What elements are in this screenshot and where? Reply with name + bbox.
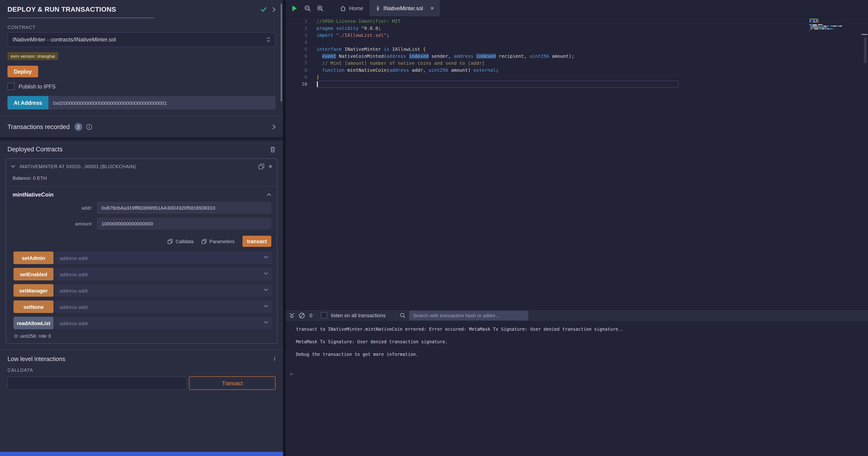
contract-function-row: setAdmin <box>13 252 272 264</box>
chevron-down-icon[interactable] <box>264 305 268 307</box>
open-function-header[interactable]: mintNativeCoin <box>6 192 277 198</box>
chevron-right-icon[interactable] <box>272 7 276 12</box>
at-address-button[interactable]: At Address <box>7 96 49 110</box>
clear-console-icon[interactable] <box>299 312 305 318</box>
editor-scrollbar-thumb[interactable] <box>864 37 867 63</box>
code-content[interactable]: //SPDX-License-Identifier: MITpragma sol… <box>316 17 868 309</box>
pending-tx-count: 0 <box>310 313 312 318</box>
arg-amount-input[interactable]: 1000000000000000000 <box>97 218 271 230</box>
copy-icon[interactable] <box>258 163 265 169</box>
chevron-right-icon[interactable] <box>272 124 276 130</box>
copy-calldata-button[interactable]: Calldata <box>167 238 193 244</box>
copy-calldata-label: Calldata <box>176 238 193 244</box>
chevron-down-icon[interactable] <box>264 321 268 324</box>
line-number[interactable]: 9 <box>286 74 307 81</box>
function-args-input[interactable] <box>55 252 272 264</box>
minimap-line <box>809 26 861 27</box>
code-line[interactable]: import "./IAllowList.sol"; <box>316 32 868 39</box>
function-args-input[interactable] <box>55 317 272 329</box>
listen-all-checkbox[interactable] <box>321 312 327 319</box>
text-cursor <box>317 82 318 87</box>
transactions-recorded-row[interactable]: Transactions recorded 2 <box>0 116 283 137</box>
minimap-line <box>809 20 861 21</box>
arg-addr-input[interactable]: 0xB78cbAa319ffBD899951AA30D4320f58189383… <box>97 202 271 214</box>
play-button[interactable] <box>292 5 298 11</box>
instance-balance: Balance: 0 ETH <box>6 172 277 181</box>
terminal-panel: 0 listen on all transactions transact to… <box>286 309 868 456</box>
close-tab-icon[interactable]: × <box>430 5 434 11</box>
line-number[interactable]: 7 <box>286 60 307 66</box>
tab-home[interactable]: Home <box>334 0 369 16</box>
function-call-button[interactable]: setManager <box>13 284 54 297</box>
zoom-out-icon[interactable] <box>304 5 311 11</box>
code-line[interactable]: //SPDX-License-Identifier: MIT <box>316 18 868 25</box>
copy-parameters-button[interactable]: Parameters <box>201 238 235 244</box>
line-number[interactable]: 2 <box>286 25 307 32</box>
transact-button[interactable]: transact <box>243 236 271 247</box>
info-icon[interactable] <box>86 124 92 130</box>
function-call-button[interactable]: setNone <box>13 301 54 313</box>
chevron-up-icon[interactable] <box>267 193 271 196</box>
minimap-line <box>809 31 861 32</box>
trash-icon[interactable] <box>270 146 276 152</box>
status-bar <box>0 452 283 456</box>
terminal-output: transact to INativeMinter.mintNativeCoin… <box>286 321 868 456</box>
copy-icon <box>167 239 173 244</box>
at-address-input[interactable]: 0x02000000000000000000000000000000000000… <box>49 96 276 110</box>
function-call-button[interactable]: readAllowList <box>13 317 54 329</box>
code-line[interactable]: // Mint [amount] number of native coins … <box>316 60 868 66</box>
editor-minimap[interactable] <box>809 19 861 33</box>
deployed-instance-card: INATIVEMINTER AT 0X020...00001 (BLOCKCHA… <box>6 159 277 344</box>
calldata-input[interactable] <box>7 376 187 390</box>
function-call-button[interactable]: setAdmin <box>13 252 54 264</box>
call-result: 0: uint256: role 3 <box>14 333 277 339</box>
tab-inativeminter[interactable]: INativeMinter.sol × <box>369 0 440 16</box>
function-args-input[interactable] <box>55 284 272 297</box>
minimap-line <box>809 28 861 29</box>
code-line[interactable]: } <box>316 74 868 81</box>
open-function-section: mintNativeCoin addr: 0xB78cbAa319ffBD899… <box>6 186 277 247</box>
terminal-search-input[interactable] <box>409 310 528 320</box>
function-args-input[interactable] <box>55 301 272 313</box>
line-number[interactable]: 6 <box>286 53 307 60</box>
panel-scrollbar-thumb[interactable] <box>281 4 282 102</box>
code-line[interactable] <box>316 81 679 88</box>
tab-file-label: INativeMinter.sol <box>383 5 423 11</box>
remove-instance-button[interactable]: × <box>269 163 272 170</box>
chevron-down-icon[interactable] <box>264 256 268 258</box>
contract-select[interactable]: INativeMinter - contracts/INativeMinter.… <box>7 32 276 47</box>
deploy-button[interactable]: Deploy <box>7 66 38 77</box>
chevron-down-icon[interactable] <box>264 288 268 291</box>
chevron-down-icon[interactable] <box>11 165 16 168</box>
solidity-file-icon <box>375 5 380 11</box>
panel-resize-handle[interactable] <box>283 0 286 456</box>
code-line[interactable]: interface INativeMinter is IAllowList { <box>316 46 868 53</box>
line-number[interactable]: 3 <box>286 32 307 39</box>
terminal-log-line: MetaMask Tx Signature: User denied trans… <box>289 335 864 348</box>
instance-header[interactable]: INATIVEMINTER AT 0X020...00001 (BLOCKCHA… <box>6 159 277 172</box>
minimap-line <box>809 22 861 22</box>
function-args-input[interactable] <box>55 268 272 280</box>
line-number[interactable]: 1 <box>286 18 307 25</box>
code-line[interactable]: pragma solidity ^0.8.0; <box>316 25 868 32</box>
code-editor[interactable]: 12345678910 //SPDX-License-Identifier: M… <box>286 17 868 309</box>
panel-header: DEPLOY & RUN TRANSACTIONS <box>0 0 283 18</box>
function-call-button[interactable]: setEnabled <box>13 268 54 280</box>
code-line[interactable]: function mintNativeCoin(address addr, ui… <box>316 66 868 74</box>
line-number[interactable]: 4 <box>286 39 307 46</box>
code-line[interactable]: event NativeCoinMinted(address indexed s… <box>316 53 868 60</box>
calldata-label: CALLDATA <box>7 368 276 373</box>
terminal-prompt[interactable]: > <box>289 371 864 376</box>
info-letter-icon[interactable]: i <box>274 355 276 362</box>
line-number[interactable]: 5 <box>286 46 307 53</box>
contract-label: CONTRACT <box>7 25 276 30</box>
collapse-terminal-icon[interactable] <box>289 313 294 318</box>
chevron-down-icon[interactable] <box>264 272 268 275</box>
publish-to-ipfs-checkbox[interactable] <box>7 83 14 90</box>
code-line[interactable] <box>316 39 868 46</box>
remix-app: DEPLOY & RUN TRANSACTIONS CONTRACT INati… <box>0 0 868 456</box>
line-number[interactable]: 8 <box>286 66 307 74</box>
zoom-in-icon[interactable] <box>317 5 323 11</box>
line-number[interactable]: 10 <box>286 81 307 88</box>
low-level-transact-button[interactable]: Transact <box>189 376 276 390</box>
